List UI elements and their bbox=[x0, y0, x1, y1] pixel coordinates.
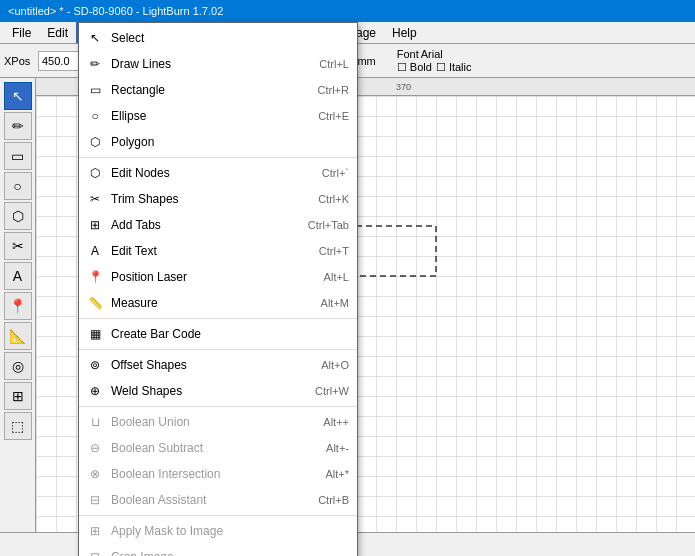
add-tabs-label: Add Tabs bbox=[111, 218, 288, 232]
tool-text[interactable]: A bbox=[4, 262, 32, 290]
position-laser-label: Position Laser bbox=[111, 270, 304, 284]
tool-polygon[interactable]: ⬡ bbox=[4, 202, 32, 230]
boolean-intersection-icon: ⊗ bbox=[85, 464, 105, 484]
ruler-mark-370: 370 bbox=[396, 82, 411, 92]
offset-shapes-icon: ⊚ bbox=[85, 355, 105, 375]
boolean-intersection-shortcut: Alt+* bbox=[325, 468, 349, 480]
trim-shapes-label: Trim Shapes bbox=[111, 192, 298, 206]
menu-entry-crop-image: ⊡ Crop Image bbox=[79, 544, 357, 556]
tools-dropdown-menu: ↖ Select ✏ Draw Lines Ctrl+L ▭ Rectangle… bbox=[78, 22, 358, 556]
offset-shapes-shortcut: Alt+O bbox=[321, 359, 349, 371]
polygon-label: Polygon bbox=[111, 135, 349, 149]
rectangle-icon: ▭ bbox=[85, 80, 105, 100]
measure-shortcut: Alt+M bbox=[321, 297, 349, 309]
draw-lines-icon: ✏ bbox=[85, 54, 105, 74]
menu-entry-boolean-union: ⊔ Boolean Union Alt++ bbox=[79, 409, 357, 435]
menu-entry-create-bar-code[interactable]: ▦ Create Bar Code bbox=[79, 321, 357, 347]
edit-nodes-icon: ⬡ bbox=[85, 163, 105, 183]
create-bar-code-icon: ▦ bbox=[85, 324, 105, 344]
menu-entry-rectangle[interactable]: ▭ Rectangle Ctrl+R bbox=[79, 77, 357, 103]
boolean-assistant-icon: ⊟ bbox=[85, 490, 105, 510]
boolean-subtract-icon: ⊖ bbox=[85, 438, 105, 458]
draw-lines-label: Draw Lines bbox=[111, 57, 299, 71]
font-value: Arial bbox=[421, 48, 443, 60]
menu-entry-draw-lines[interactable]: ✏ Draw Lines Ctrl+L bbox=[79, 51, 357, 77]
trim-shapes-shortcut: Ctrl+K bbox=[318, 193, 349, 205]
apply-mask-icon: ⊞ bbox=[85, 521, 105, 541]
boolean-intersection-label: Boolean Intersection bbox=[111, 467, 305, 481]
rectangle-label: Rectangle bbox=[111, 83, 298, 97]
weld-shapes-label: Weld Shapes bbox=[111, 384, 295, 398]
title-bar: <untitled> * - SD-80-9060 - LightBurn 1.… bbox=[0, 0, 695, 22]
boolean-assistant-label: Boolean Assistant bbox=[111, 493, 298, 507]
xpos-label: XPos bbox=[4, 55, 36, 67]
separator-1 bbox=[79, 157, 357, 158]
menu-entry-select[interactable]: ↖ Select bbox=[79, 25, 357, 51]
menu-entry-edit-nodes[interactable]: ⬡ Edit Nodes Ctrl+` bbox=[79, 160, 357, 186]
tool-pin[interactable]: 📍 bbox=[4, 292, 32, 320]
position-laser-icon: 📍 bbox=[85, 267, 105, 287]
separator-5 bbox=[79, 515, 357, 516]
tool-measure[interactable]: 📐 bbox=[4, 322, 32, 350]
boolean-union-icon: ⊔ bbox=[85, 412, 105, 432]
italic-checkbox[interactable]: ☐ Italic bbox=[436, 61, 472, 74]
menu-entry-trim-shapes[interactable]: ✂ Trim Shapes Ctrl+K bbox=[79, 186, 357, 212]
weld-shapes-icon: ⊕ bbox=[85, 381, 105, 401]
select-icon: ↖ bbox=[85, 28, 105, 48]
bold-checkbox[interactable]: ☐ Bold bbox=[397, 61, 432, 74]
separator-2 bbox=[79, 318, 357, 319]
menu-entry-apply-mask: ⊞ Apply Mask to Image bbox=[79, 518, 357, 544]
tool-frame[interactable]: ⬚ bbox=[4, 412, 32, 440]
boolean-subtract-shortcut: Alt+- bbox=[326, 442, 349, 454]
menu-entry-boolean-subtract: ⊖ Boolean Subtract Alt+- bbox=[79, 435, 357, 461]
measure-icon: 📏 bbox=[85, 293, 105, 313]
apply-mask-label: Apply Mask to Image bbox=[111, 524, 349, 538]
menu-entry-weld-shapes[interactable]: ⊕ Weld Shapes Ctrl+W bbox=[79, 378, 357, 404]
menu-entry-polygon[interactable]: ⬡ Polygon bbox=[79, 129, 357, 155]
tool-circle[interactable]: ◎ bbox=[4, 352, 32, 380]
edit-nodes-shortcut: Ctrl+` bbox=[322, 167, 349, 179]
edit-nodes-label: Edit Nodes bbox=[111, 166, 302, 180]
boolean-union-label: Boolean Union bbox=[111, 415, 303, 429]
add-tabs-shortcut: Ctrl+Tab bbox=[308, 219, 349, 231]
tool-ellipse[interactable]: ○ bbox=[4, 172, 32, 200]
edit-text-icon: A bbox=[85, 241, 105, 261]
weld-shapes-shortcut: Ctrl+W bbox=[315, 385, 349, 397]
select-label: Select bbox=[111, 31, 349, 45]
crop-image-icon: ⊡ bbox=[85, 547, 105, 556]
tool-scissors[interactable]: ✂ bbox=[4, 232, 32, 260]
tool-draw[interactable]: ✏ bbox=[4, 112, 32, 140]
title-text: <untitled> * - SD-80-9060 - LightBurn 1.… bbox=[8, 5, 223, 17]
tool-select[interactable]: ↖ bbox=[4, 82, 32, 110]
offset-shapes-label: Offset Shapes bbox=[111, 358, 301, 372]
rectangle-shortcut: Ctrl+R bbox=[318, 84, 349, 96]
menu-entry-boolean-assistant: ⊟ Boolean Assistant Ctrl+B bbox=[79, 487, 357, 513]
tool-rect[interactable]: ▭ bbox=[4, 142, 32, 170]
menu-entry-position-laser[interactable]: 📍 Position Laser Alt+L bbox=[79, 264, 357, 290]
crop-image-label: Crop Image bbox=[111, 550, 349, 556]
position-laser-shortcut: Alt+L bbox=[324, 271, 349, 283]
menu-edit[interactable]: Edit bbox=[39, 22, 76, 43]
menu-entry-edit-text[interactable]: A Edit Text Ctrl+T bbox=[79, 238, 357, 264]
edit-text-shortcut: Ctrl+T bbox=[319, 245, 349, 257]
create-bar-code-label: Create Bar Code bbox=[111, 327, 349, 341]
menu-file[interactable]: File bbox=[4, 22, 39, 43]
font-label: Font bbox=[397, 48, 419, 60]
menu-entry-ellipse[interactable]: ○ Ellipse Ctrl+E bbox=[79, 103, 357, 129]
separator-4 bbox=[79, 406, 357, 407]
ellipse-icon: ○ bbox=[85, 106, 105, 126]
left-toolbar: ↖ ✏ ▭ ○ ⬡ ✂ A 📍 📐 ◎ ⊞ ⬚ bbox=[0, 78, 36, 532]
add-tabs-icon: ⊞ bbox=[85, 215, 105, 235]
menu-entry-measure[interactable]: 📏 Measure Alt+M bbox=[79, 290, 357, 316]
ellipse-label: Ellipse bbox=[111, 109, 298, 123]
menu-entry-offset-shapes[interactable]: ⊚ Offset Shapes Alt+O bbox=[79, 352, 357, 378]
measure-label: Measure bbox=[111, 296, 301, 310]
tool-grid[interactable]: ⊞ bbox=[4, 382, 32, 410]
draw-lines-shortcut: Ctrl+L bbox=[319, 58, 349, 70]
separator-3 bbox=[79, 349, 357, 350]
menu-entry-boolean-intersection: ⊗ Boolean Intersection Alt+* bbox=[79, 461, 357, 487]
boolean-assistant-shortcut: Ctrl+B bbox=[318, 494, 349, 506]
rotate-unit: mm bbox=[357, 55, 375, 67]
menu-help[interactable]: Help bbox=[384, 22, 425, 43]
menu-entry-add-tabs[interactable]: ⊞ Add Tabs Ctrl+Tab bbox=[79, 212, 357, 238]
